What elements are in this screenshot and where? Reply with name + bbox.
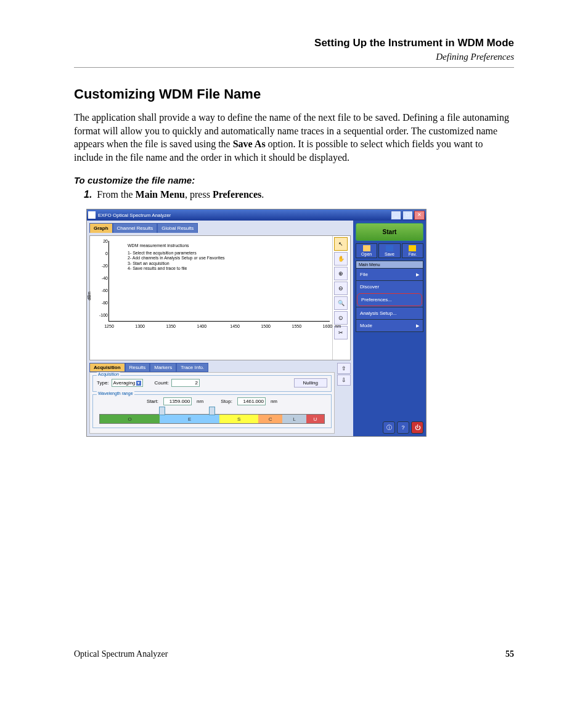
- graph-panel: dBm 20 0 -20 -40 -60 -80 -100 1250 1300 …: [89, 235, 351, 360]
- minimize-button[interactable]: _: [391, 211, 401, 220]
- chevron-down-icon: ▾: [136, 381, 141, 386]
- range-slider[interactable]: [99, 409, 325, 413]
- count-input[interactable]: 2: [171, 379, 200, 387]
- floppy-disk-icon: [386, 245, 393, 251]
- power-button[interactable]: ⏻: [411, 421, 423, 434]
- step-1: 1.From the Main Menu, press Preferences.: [84, 189, 514, 200]
- scroll-down-button[interactable]: ⇩: [337, 375, 351, 386]
- page-number: 55: [505, 649, 514, 659]
- open-button[interactable]: Open: [356, 243, 377, 258]
- zoom-fit-icon[interactable]: 🔍: [334, 296, 348, 310]
- plot-area: 20 0 -20 -40 -60 -80 -100 1250 1300 1350…: [108, 241, 330, 322]
- section-name: Defining Preferences: [74, 52, 514, 62]
- wavelength-bands: O E S C L U: [99, 414, 325, 424]
- tab-results[interactable]: Results: [125, 363, 150, 372]
- bottom-tabs: Acquisition Results Markers Trace Info.: [89, 363, 335, 372]
- pan-tool-icon[interactable]: ✋: [334, 252, 348, 266]
- app-screenshot: EXFO Optical Spectrum Analyzer _ □ ✕ Gra…: [86, 209, 427, 437]
- start-wavelength-input[interactable]: 1359.000: [163, 397, 192, 405]
- tab-trace-info[interactable]: Trace Info.: [176, 363, 208, 372]
- pointer-tool-icon[interactable]: ↖: [334, 237, 348, 251]
- close-button[interactable]: ✕: [414, 211, 425, 220]
- intro-paragraph: The application shall provide a way to d…: [74, 111, 514, 164]
- stop-wavelength-input[interactable]: 1461.000: [237, 397, 266, 405]
- header-rule: [74, 67, 514, 68]
- acquisition-panel: Acquisition Type: Averaging▾ Count: 2 Nu…: [89, 372, 335, 434]
- maximize-button[interactable]: □: [402, 211, 413, 220]
- menu-discover[interactable]: Discover: [356, 280, 423, 293]
- start-button[interactable]: Start: [356, 223, 423, 241]
- y-axis-label: dBm: [87, 291, 91, 300]
- help-button[interactable]: ?: [397, 421, 409, 434]
- main-menu: Main Menu File▶ Discover Preferences... …: [356, 261, 423, 332]
- menu-file[interactable]: File▶: [356, 268, 423, 280]
- zoom-out-icon[interactable]: ⊖: [334, 282, 348, 295]
- app-icon: [88, 211, 96, 219]
- chevron-right-icon: ▶: [416, 323, 419, 328]
- procedure-subheading: To customize the file name:: [74, 175, 514, 185]
- right-sidebar: Start Open Save Fav. Main Menu File▶ Dis…: [353, 221, 426, 436]
- slider-handle-start[interactable]: [159, 407, 165, 415]
- menu-preferences[interactable]: Preferences...: [357, 293, 422, 306]
- tab-markers[interactable]: Markers: [150, 363, 176, 372]
- section-heading: Customizing WDM File Name: [74, 86, 514, 102]
- star-icon: [409, 245, 416, 251]
- tab-global-results[interactable]: Global Results: [157, 223, 198, 233]
- tab-acquisition[interactable]: Acquisition: [89, 363, 125, 372]
- zoom-reset-icon[interactable]: ⊙: [334, 311, 348, 325]
- footer-left: Optical Spectrum Analyzer: [74, 649, 168, 659]
- folder-open-icon: [363, 245, 370, 251]
- nulling-button[interactable]: Nulling: [294, 378, 327, 387]
- favorites-button[interactable]: Fav.: [402, 243, 423, 258]
- chevron-right-icon: ▶: [416, 272, 419, 277]
- window-title: EXFO Optical Spectrum Analyzer: [98, 213, 391, 218]
- save-button[interactable]: Save: [378, 243, 400, 258]
- titlebar: EXFO Optical Spectrum Analyzer _ □ ✕: [87, 209, 426, 221]
- info-button[interactable]: ⓘ: [383, 421, 395, 434]
- tab-channel-results[interactable]: Channel Results: [113, 223, 158, 233]
- type-dropdown[interactable]: Averaging▾: [112, 379, 144, 387]
- menu-analysis-setup[interactable]: Analysis Setup...: [356, 307, 423, 319]
- slider-handle-stop[interactable]: [209, 407, 215, 415]
- zoom-in-icon[interactable]: ⊕: [334, 267, 348, 280]
- tab-graph[interactable]: Graph: [89, 223, 113, 233]
- result-tabs: Graph Channel Results Global Results: [89, 223, 198, 233]
- chapter-title: Setting Up the Instrument in WDM Mode: [74, 37, 514, 49]
- graph-toolbar: ↖ ✋ ⊕ ⊖ 🔍 ⊙ ✂: [332, 236, 350, 360]
- page-footer: Optical Spectrum Analyzer 55: [74, 649, 514, 659]
- scroll-up-button[interactable]: ⇧: [337, 363, 351, 374]
- instructions-overlay: WDM measurement instructions 1- Select t…: [128, 243, 225, 271]
- menu-mode[interactable]: Mode▶: [356, 319, 423, 331]
